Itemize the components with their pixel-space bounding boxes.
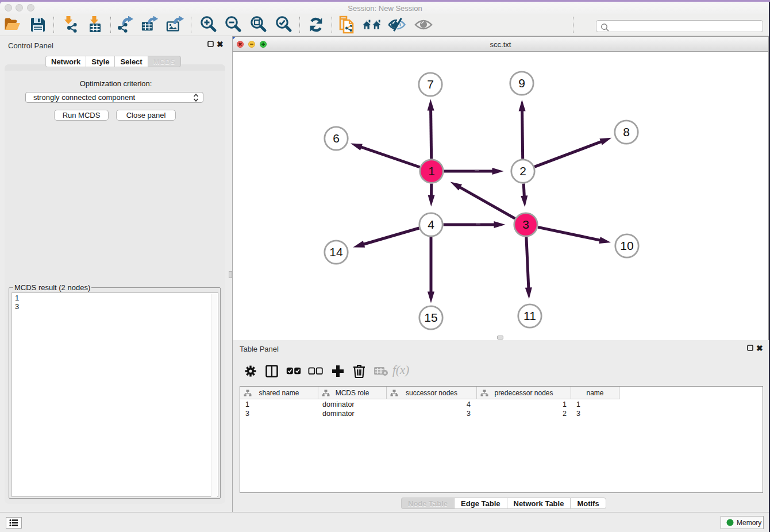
svg-text:15: 15 [424,311,437,324]
svg-text:14: 14 [329,245,343,259]
svg-text:10: 10 [620,239,633,252]
svg-text:7: 7 [427,78,434,91]
svg-text:6: 6 [333,132,340,145]
svg-text:3: 3 [522,218,529,231]
svg-text:11: 11 [523,309,536,322]
svg-text:1: 1 [428,164,435,178]
svg-text:2: 2 [519,164,526,178]
svg-text:9: 9 [518,76,525,90]
svg-text:8: 8 [623,125,630,138]
svg-text:4: 4 [428,218,434,231]
